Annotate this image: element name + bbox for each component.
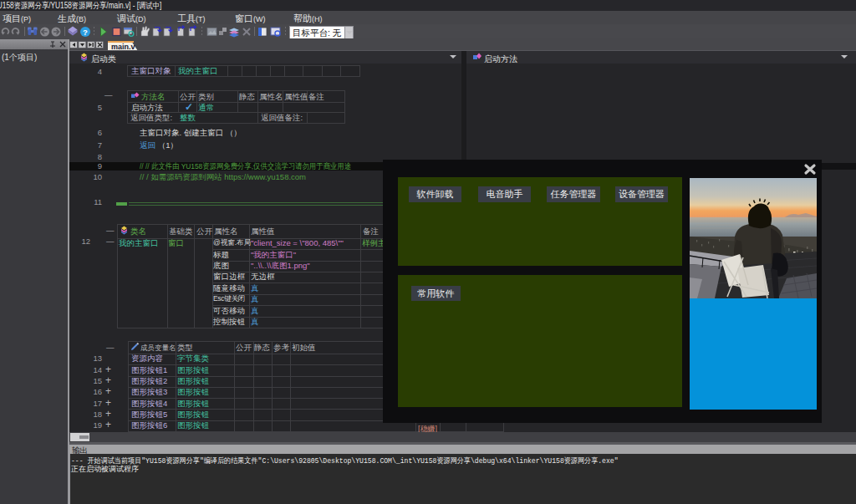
svg-text:?: ? [83,28,88,37]
